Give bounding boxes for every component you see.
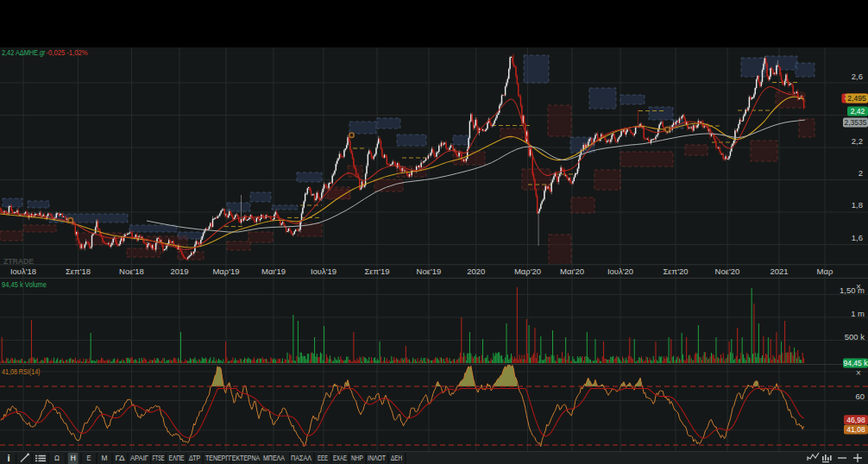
svg-text:Σεπ'20: Σεπ'20 xyxy=(663,266,688,276)
svg-text:Σεπ'19: Σεπ'19 xyxy=(364,266,389,276)
svg-text:Νοε'18: Νοε'18 xyxy=(119,266,144,276)
svg-text:Μ: Μ xyxy=(102,454,108,462)
svg-text:i: i xyxy=(7,453,9,463)
svg-text:×: × xyxy=(856,368,861,378)
svg-text:Η: Η xyxy=(71,454,76,462)
svg-text:ZTRADE: ZTRADE xyxy=(3,257,34,266)
svg-text:ΝΗΡ: ΝΗΡ xyxy=(351,454,363,462)
svg-text:46,98: 46,98 xyxy=(846,416,865,424)
svg-text:ΑΡΑΙΓ: ΑΡΑΙΓ xyxy=(130,454,148,462)
svg-text:ΙΝΛΟΤ: ΙΝΛΟΤ xyxy=(368,454,386,462)
svg-text:41,08 RSI(14): 41,08 RSI(14) xyxy=(2,367,41,376)
svg-text:2,42: 2,42 xyxy=(851,107,865,116)
svg-text:ΔΤΡ: ΔΤΡ xyxy=(189,454,200,462)
svg-text:Ιουλ'18: Ιουλ'18 xyxy=(10,266,36,276)
svg-text:94,45 k: 94,45 k xyxy=(844,359,868,367)
svg-text:×: × xyxy=(856,282,861,292)
svg-text:1 m: 1 m xyxy=(851,309,865,318)
svg-text:2: 2 xyxy=(859,168,863,178)
svg-text:2020: 2020 xyxy=(467,266,485,276)
svg-text:ΓΕΚΤΕΡΝΑ: ΓΕΚΤΕΡΝΑ xyxy=(229,454,260,462)
svg-text:Μαι'20: Μαι'20 xyxy=(560,266,584,276)
svg-text:Σεπ'18: Σεπ'18 xyxy=(66,266,91,276)
svg-text:ΓΔ: ΓΔ xyxy=(116,454,125,462)
svg-text:2,495: 2,495 xyxy=(847,94,866,103)
svg-text:ΕΛΠΕ: ΕΛΠΕ xyxy=(169,454,185,462)
svg-text:Νοε'20: Νοε'20 xyxy=(715,266,740,276)
svg-text:2019: 2019 xyxy=(170,266,188,276)
svg-text:Μαρ'19: Μαρ'19 xyxy=(212,266,239,276)
svg-text:Μαι'19: Μαι'19 xyxy=(261,266,286,276)
svg-text:2,2: 2,2 xyxy=(852,136,863,146)
svg-text:ΜΠΕΛΑ: ΜΠΕΛΑ xyxy=(263,454,285,462)
svg-text:ΕΕΕ: ΕΕΕ xyxy=(318,454,328,462)
svg-text:Νοε'19: Νοε'19 xyxy=(417,266,442,276)
svg-text:Ω: Ω xyxy=(54,454,60,462)
svg-text:94,45 k Volume: 94,45 k Volume xyxy=(2,280,47,289)
svg-text:1,8: 1,8 xyxy=(852,200,863,210)
svg-text:Ιουλ'19: Ιουλ'19 xyxy=(311,266,337,276)
svg-text:ΠΑΣΑΛ: ΠΑΣΑΛ xyxy=(291,454,311,462)
svg-text:1,6: 1,6 xyxy=(852,233,863,242)
svg-text:Ε: Ε xyxy=(87,454,91,462)
svg-text:Ιουλ'20: Ιουλ'20 xyxy=(607,266,633,276)
svg-text:Μαρ: Μαρ xyxy=(817,266,833,276)
svg-text:41,08: 41,08 xyxy=(846,425,865,434)
svg-text:-0,025 -1,02%: -0,025 -1,02% xyxy=(47,48,88,57)
svg-text:ΔΕΗ: ΔΕΗ xyxy=(391,454,402,462)
svg-text:2,6: 2,6 xyxy=(852,72,863,81)
svg-text:2,42 ΑΔΜΗΕ.gr: 2,42 ΑΔΜΗΕ.gr xyxy=(2,48,46,57)
svg-text:2021: 2021 xyxy=(770,266,788,276)
svg-text:60: 60 xyxy=(855,392,865,401)
svg-text:2,3535: 2,3535 xyxy=(845,118,867,127)
svg-text:FTSE: FTSE xyxy=(153,454,165,462)
svg-text:ΤΕΝΕΡΓ: ΤΕΝΕΡΓ xyxy=(205,454,229,462)
svg-text:Μαρ'20: Μαρ'20 xyxy=(514,266,541,276)
svg-text:ΕΧΑΕ: ΕΧΑΕ xyxy=(333,454,347,462)
svg-text:500 k: 500 k xyxy=(845,332,865,342)
